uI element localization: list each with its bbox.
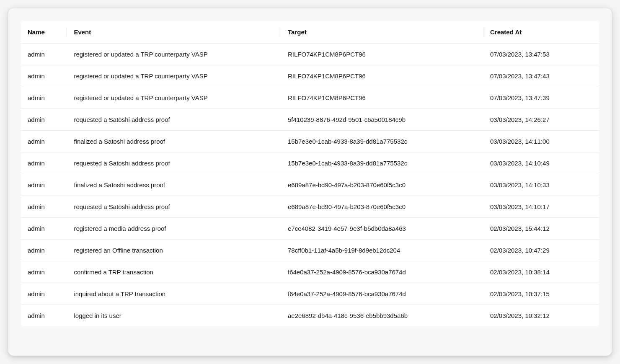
cell-name: admin	[21, 283, 67, 305]
cell-created-at: 03/03/2023, 14:26:27	[483, 109, 599, 131]
header-name[interactable]: Name	[21, 21, 67, 44]
cell-target: ae2e6892-db4a-418c-9536-eb5bb93d5a6b	[281, 305, 483, 327]
cell-event: inquired about a TRP transaction	[67, 283, 281, 305]
table-body: adminregistered or updated a TRP counter…	[21, 44, 599, 327]
cell-target: RILFO74KP1CM8P6PCT96	[281, 87, 483, 109]
cell-target: RILFO74KP1CM8P6PCT96	[281, 44, 483, 65]
cell-event: finalized a Satoshi address proof	[67, 131, 281, 152]
cell-created-at: 03/03/2023, 14:10:49	[483, 152, 599, 174]
cell-name: admin	[21, 152, 67, 174]
cell-event: registered a media address proof	[67, 218, 281, 240]
cell-name: admin	[21, 109, 67, 131]
cell-event: logged in its user	[67, 305, 281, 327]
cell-event: registered or updated a TRP counterparty…	[67, 44, 281, 65]
cell-created-at: 07/03/2023, 13:47:43	[483, 65, 599, 87]
cell-event: confirmed a TRP transaction	[67, 261, 281, 283]
cell-created-at: 03/03/2023, 14:11:00	[483, 131, 599, 152]
cell-created-at: 02/03/2023, 10:32:12	[483, 305, 599, 327]
table-header-row: Name Event Target Created At	[21, 21, 599, 44]
cell-name: admin	[21, 87, 67, 109]
cell-target: f64e0a37-252a-4909-8576-bca930a7674d	[281, 261, 483, 283]
table-row[interactable]: adminlogged in its userae2e6892-db4a-418…	[21, 305, 599, 327]
cell-created-at: 07/03/2023, 13:47:53	[483, 44, 599, 65]
cell-name: admin	[21, 261, 67, 283]
table-row[interactable]: adminconfirmed a TRP transactionf64e0a37…	[21, 261, 599, 283]
activity-log-card: Name Event Target Created At adminregist…	[8, 8, 612, 356]
table-row[interactable]: adminregistered an Offline transaction78…	[21, 240, 599, 261]
cell-target: 5f410239-8876-492d-9501-c6a500184c9b	[281, 109, 483, 131]
cell-name: admin	[21, 65, 67, 87]
cell-event: finalized a Satoshi address proof	[67, 174, 281, 196]
cell-target: e689a87e-bd90-497a-b203-870e60f5c3c0	[281, 196, 483, 218]
cell-event: registered an Offline transaction	[67, 240, 281, 261]
cell-name: admin	[21, 44, 67, 65]
cell-target: 15b7e3e0-1cab-4933-8a39-dd81a775532c	[281, 152, 483, 174]
header-event[interactable]: Event	[67, 21, 281, 44]
table-row[interactable]: adminregistered or updated a TRP counter…	[21, 44, 599, 65]
table-row[interactable]: adminregistered or updated a TRP counter…	[21, 65, 599, 87]
table-row[interactable]: adminregistered a media address proofe7c…	[21, 218, 599, 240]
cell-name: admin	[21, 240, 67, 261]
table-row[interactable]: adminrequested a Satoshi address proof15…	[21, 152, 599, 174]
cell-event: requested a Satoshi address proof	[67, 152, 281, 174]
table-row[interactable]: adminregistered or updated a TRP counter…	[21, 87, 599, 109]
cell-created-at: 02/03/2023, 10:47:29	[483, 240, 599, 261]
cell-event: requested a Satoshi address proof	[67, 196, 281, 218]
cell-created-at: 03/03/2023, 14:10:17	[483, 196, 599, 218]
table-row[interactable]: adminfinalized a Satoshi address proof15…	[21, 131, 599, 152]
table-row[interactable]: adminrequested a Satoshi address proof5f…	[21, 109, 599, 131]
table-row[interactable]: adminfinalized a Satoshi address proofe6…	[21, 174, 599, 196]
cell-event: requested a Satoshi address proof	[67, 109, 281, 131]
cell-target: 15b7e3e0-1cab-4933-8a39-dd81a775532c	[281, 131, 483, 152]
header-target[interactable]: Target	[281, 21, 483, 44]
cell-name: admin	[21, 131, 67, 152]
cell-name: admin	[21, 218, 67, 240]
cell-target: RILFO74KP1CM8P6PCT96	[281, 65, 483, 87]
table-row[interactable]: admininquired about a TRP transactionf64…	[21, 283, 599, 305]
cell-created-at: 02/03/2023, 15:44:12	[483, 218, 599, 240]
cell-name: admin	[21, 174, 67, 196]
cell-name: admin	[21, 305, 67, 327]
cell-target: f64e0a37-252a-4909-8576-bca930a7674d	[281, 283, 483, 305]
cell-created-at: 02/03/2023, 10:38:14	[483, 261, 599, 283]
activity-log-table: Name Event Target Created At adminregist…	[21, 21, 599, 326]
cell-target: 78cff0b1-11af-4a5b-919f-8d9eb12dc204	[281, 240, 483, 261]
cell-target: e7ce4082-3419-4e57-9e3f-b5db0da8a463	[281, 218, 483, 240]
cell-event: registered or updated a TRP counterparty…	[67, 65, 281, 87]
cell-created-at: 03/03/2023, 14:10:33	[483, 174, 599, 196]
table-row[interactable]: adminrequested a Satoshi address proofe6…	[21, 196, 599, 218]
cell-created-at: 07/03/2023, 13:47:39	[483, 87, 599, 109]
cell-event: registered or updated a TRP counterparty…	[67, 87, 281, 109]
header-created-at[interactable]: Created At	[483, 21, 599, 44]
cell-name: admin	[21, 196, 67, 218]
cell-created-at: 02/03/2023, 10:37:15	[483, 283, 599, 305]
cell-target: e689a87e-bd90-497a-b203-870e60f5c3c0	[281, 174, 483, 196]
